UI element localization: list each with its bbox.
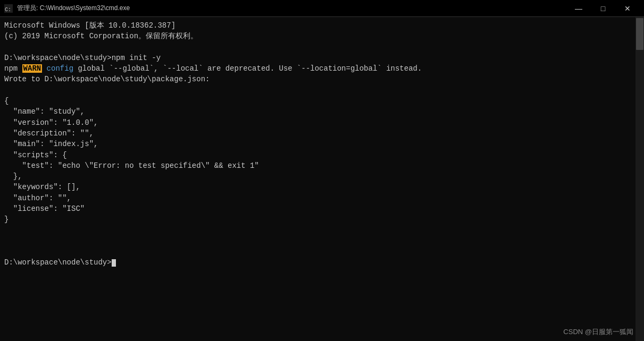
console-line-14: "test": "echo \"Error: no test specified…: [4, 160, 640, 171]
window-title: 管理员: C:\Windows\System32\cmd.exe: [17, 4, 566, 13]
prompt-text: D:\workspace\node\study>: [4, 258, 112, 267]
svg-text:C:: C:: [5, 7, 11, 13]
console-line-10: "version": "1.0.0",: [4, 117, 640, 128]
scrollbar-thumb[interactable]: [636, 18, 643, 50]
console-line-17: "author": "",: [4, 193, 640, 203]
warn-rest: global `--global`, `--local` are depreca…: [73, 64, 422, 73]
console-line-6: Wrote to D:\workspace\node\study\package…: [4, 74, 640, 84]
config-text: config: [42, 64, 73, 73]
console-line-4: D:\workspace\node\study>npm init -y: [4, 53, 640, 63]
npm-text: npm: [4, 64, 22, 73]
console-line-12: "main": "index.js",: [4, 139, 640, 149]
console-line-5: npm WARN config global `--global`, `--lo…: [4, 63, 640, 74]
console-line-9: "name": "study",: [4, 106, 640, 117]
console-line-15: },: [4, 171, 640, 182]
restore-button[interactable]: □: [591, 0, 615, 17]
console-line-18: "license": "ISC": [4, 203, 640, 214]
empty-space: [4, 225, 640, 257]
console-line-16: "keywords": [],: [4, 182, 640, 192]
title-bar: C: 管理员: C:\Windows\System32\cmd.exe — □ …: [0, 0, 644, 17]
minimize-button[interactable]: —: [566, 0, 591, 17]
window-controls: — □ ✕: [566, 0, 640, 17]
console-output[interactable]: Microsoft Windows [版本 10.0.18362.387] (c…: [0, 17, 644, 341]
console-line-2: (c) 2019 Microsoft Corporation。保留所有权利。: [4, 31, 640, 41]
watermark: CSDN @日服第一狐闻: [563, 327, 633, 337]
console-prompt-final: D:\workspace\node\study>: [4, 257, 640, 268]
console-line-8: {: [4, 96, 640, 106]
cmd-icon: C:: [4, 4, 13, 13]
console-line-3: [4, 42, 640, 53]
console-line-1: Microsoft Windows [版本 10.0.18362.387]: [4, 20, 640, 31]
console-line-19: }: [4, 214, 640, 225]
console-line-7: [4, 85, 640, 96]
scrollbar[interactable]: [635, 17, 644, 341]
console-line-13: "scripts": {: [4, 150, 640, 160]
close-button[interactable]: ✕: [615, 0, 640, 17]
console-line-11: "description": "",: [4, 128, 640, 139]
warn-badge: WARN: [22, 64, 43, 73]
cmd-window: C: 管理员: C:\Windows\System32\cmd.exe — □ …: [0, 0, 644, 341]
cursor-blink: [112, 259, 116, 267]
